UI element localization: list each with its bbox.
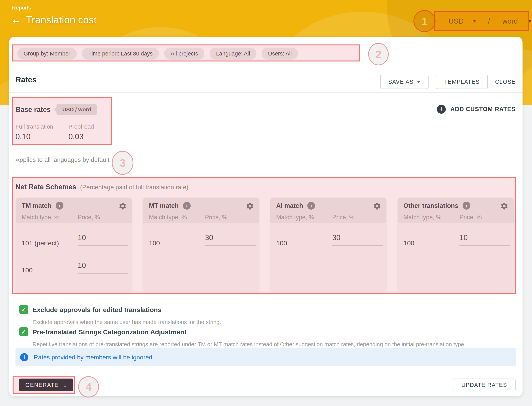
gear-icon[interactable] [373,202,381,210]
info-icon[interactable]: i [183,202,191,210]
chevron-down-icon[interactable] [473,20,477,23]
exclude-approvals-option: ✓ Exclude approvals for edited translati… [19,305,161,314]
pretranslated-adjustment-option: ✓ Pre-translated Strings Categorization … [19,327,186,336]
report-settings-card: Group by: Member Time period: Last 30 da… [9,37,523,396]
card-header: Other translations i Match type, % Price… [398,198,514,223]
exclude-approvals-label: Exclude approvals for edited translation… [32,305,161,314]
gear-icon[interactable] [500,202,509,210]
price-column-label: Price, % [205,214,227,221]
card-header: AI match i Match type, % Price, % [270,198,386,223]
proofread-label: Proofread [68,123,108,130]
price-input[interactable]: 30 [332,233,383,246]
price-input[interactable]: 10 [78,233,128,246]
filter-chip-users[interactable]: Users: All [262,48,298,59]
filter-chips-row: Group by: Member Time period: Last 30 da… [17,48,298,59]
gear-icon[interactable] [246,202,254,210]
divider [9,92,523,93]
page-title: Translation cost [26,14,96,26]
match-type-column-label: Match type, % [22,214,59,221]
translation-cost-report-page: Reports ← Translation cost USD / word Gr… [0,0,532,406]
card-header: TM match i Match type, % Price, % [16,198,132,223]
price-column-label: Price, % [78,214,100,221]
chevron-down-icon[interactable] [528,20,532,23]
pretranslated-adjustment-label: Pre-translated Strings Categorization Ad… [32,327,186,336]
checkbox-checked[interactable]: ✓ [19,305,28,314]
card-header: MT match i Match type, % Price, % [143,198,259,223]
update-rates-button[interactable]: UPDATE RATES [453,378,516,391]
filter-chip-group-by[interactable]: Group by: Member [17,48,77,59]
match-type-column-label: Match type, % [276,214,314,221]
net-rate-schemes-title: Net Rate Schemes [15,183,76,191]
generate-label: GENERATE [25,382,58,388]
gear-icon[interactable] [118,202,127,210]
currency-unit-selector: USD / word [434,12,529,31]
full-translation-label: Full translation [15,123,55,130]
filter-chip-projects[interactable]: All projects [164,48,204,59]
price-input[interactable]: 10 [459,233,510,246]
other-translations-card: Other translations i Match type, % Price… [398,198,514,291]
base-rates-title: Base rates [15,106,51,114]
match-type-value: 101 (perfect) [22,239,59,247]
match-type-value: 100 [403,239,415,247]
templates-button[interactable]: TEMPLATES [436,75,488,89]
add-custom-rates-label: ADD CUSTOM RATES [450,106,516,113]
breadcrumb[interactable]: Reports [12,5,31,11]
rates-section-title: Rates [15,75,36,84]
save-as-label: SAVE AS [388,79,414,85]
card-title: MT match [149,202,179,209]
back-arrow-icon[interactable]: ← [11,15,21,25]
info-icon[interactable]: i [463,202,470,210]
tm-match-card: TM match i Match type, % Price, % 101 (p… [16,198,132,291]
currency-unit-badge: USD / word [57,104,97,115]
ai-match-card: AI match i Match type, % Price, % 100 30 [270,198,386,291]
match-type-column-label: Match type, % [403,214,441,221]
card-title: Other translations [403,202,458,209]
currency-dropdown[interactable]: USD [448,17,464,25]
price-column-label: Price, % [332,214,355,221]
info-banner: i Rates provided by members will be igno… [15,348,516,366]
filter-chip-language[interactable]: Language: All [210,48,256,59]
card-title: AI match [276,202,303,209]
base-rates-header: Base rates USD / word [15,104,97,115]
net-rate-schemes-header: Net Rate Schemes (Percentage paid of ful… [15,183,188,191]
match-type-value: 100 [276,239,287,247]
rates-toolbar: SAVE AS TEMPLATES CLOSE [380,75,516,89]
info-icon[interactable]: i [307,202,315,210]
exclude-approvals-description: Exclude approvals when the same user has… [32,319,221,325]
filter-chip-time-period[interactable]: Time period: Last 30 days [82,48,159,59]
card-title: TM match [22,202,51,209]
info-banner-text: Rates provided by members will be ignore… [34,354,152,361]
full-translation-field: Full translation 0.10 [15,123,55,144]
divider [9,70,523,70]
checkbox-checked[interactable]: ✓ [19,327,28,336]
templates-label: TEMPLATES [444,79,480,85]
price-input[interactable]: 10 [78,261,128,274]
proofread-field: Proofread 0.03 [68,123,108,144]
price-input[interactable]: 30 [205,233,256,246]
plus-icon: + [437,105,446,114]
update-rates-label: UPDATE RATES [461,382,507,388]
page-title-row: ← Translation cost [11,14,96,26]
base-rates-note: Applies to all languages by default [15,156,109,163]
match-type-value: 100 [22,266,33,274]
base-rates-fields: Full translation 0.10 Proofread 0.03 [15,123,108,144]
mt-match-card: MT match i Match type, % Price, % 100 30 [143,198,259,291]
chevron-down-icon [417,81,420,83]
price-column-label: Price, % [459,214,482,221]
match-type-column-label: Match type, % [149,214,187,221]
save-as-button[interactable]: SAVE AS [380,75,429,89]
generate-button[interactable]: GENERATE ↓ [19,378,73,391]
info-icon[interactable]: i [56,202,63,210]
add-custom-rates-button[interactable]: + ADD CUSTOM RATES [437,105,516,114]
close-button[interactable]: CLOSE [495,79,516,85]
unit-dropdown[interactable]: word [502,17,518,25]
download-arrow-icon: ↓ [63,381,67,389]
net-rate-schemes-subtitle: (Percentage paid of full translation rat… [80,184,188,191]
pretranslated-adjustment-description: Repetitive translations of pre-translate… [32,341,466,348]
full-translation-input[interactable]: 0.10 [15,132,55,144]
info-icon: i [20,353,28,361]
proofread-input[interactable]: 0.03 [68,132,108,144]
match-type-value: 100 [149,239,160,247]
separator: / [488,17,490,25]
net-rate-cards-row: TM match i Match type, % Price, % 101 (p… [16,198,514,291]
